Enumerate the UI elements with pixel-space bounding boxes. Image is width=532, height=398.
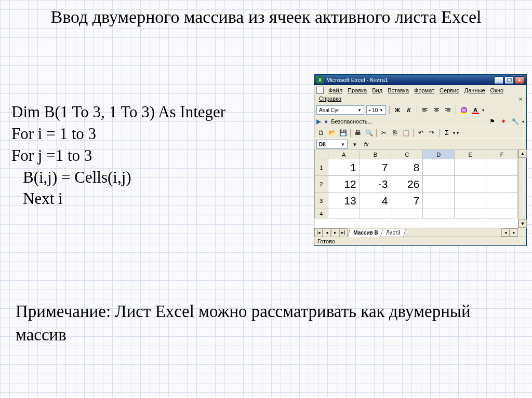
redo-button[interactable]: ↷ [427, 128, 436, 138]
cell[interactable] [455, 209, 486, 218]
name-box[interactable]: D8▼ [316, 140, 348, 149]
print-button[interactable]: 🖶 [353, 128, 363, 138]
align-right-button[interactable] [443, 105, 453, 115]
font-size-input[interactable]: ▪10▼ [366, 105, 386, 115]
code-line: Dim B(1 To 3, 1 To 3) As Integer [11, 101, 225, 123]
cell[interactable] [455, 176, 486, 193]
cell[interactable]: 8 [391, 159, 423, 176]
font-color-button[interactable]: A [471, 105, 480, 115]
tab-first-icon[interactable]: |◂ [314, 228, 323, 237]
cell[interactable] [360, 209, 391, 218]
sum-button[interactable]: Σ [442, 128, 451, 138]
cell[interactable]: 4 [360, 193, 391, 209]
cell[interactable] [423, 209, 455, 218]
note-text: Примечание: Лист Excel можно рассматрива… [16, 300, 504, 346]
minimize-button[interactable]: _ [494, 76, 503, 84]
cell[interactable]: 7 [360, 159, 391, 176]
menu-tools[interactable]: Сервис [437, 86, 462, 94]
row-header[interactable]: 2 [315, 176, 328, 193]
save-button[interactable]: 💾 [338, 128, 348, 138]
cell[interactable] [423, 159, 455, 176]
horizontal-scrollbar[interactable]: |◂ ◂ ▸ ▸| Массив В Лист3 ◂ ▸ [314, 228, 518, 237]
col-header[interactable]: C [391, 150, 423, 159]
play-icon[interactable]: ▶ [316, 118, 321, 125]
cell[interactable]: -3 [360, 176, 391, 193]
open-button[interactable]: 📂 [327, 128, 337, 138]
scroll-up-icon[interactable]: ▲ [518, 149, 527, 158]
cell[interactable]: 13 [328, 193, 360, 209]
menu-format[interactable]: Формат [411, 86, 437, 94]
vertical-scrollbar[interactable]: ▲ ▼ [518, 149, 526, 228]
scroll-left-icon[interactable]: ◂ [501, 228, 510, 237]
sheet-tab[interactable]: Лист3 [380, 229, 406, 237]
spreadsheet-grid[interactable]: A B C D E F 1 1 7 8 2 [314, 149, 518, 218]
row-header[interactable]: 3 [315, 193, 328, 209]
menu-window[interactable]: Окно [488, 86, 507, 94]
code-line: Next i [11, 188, 225, 210]
cell[interactable] [486, 193, 518, 209]
select-all-corner[interactable] [315, 150, 328, 159]
row-header[interactable]: 1 [315, 159, 328, 176]
paste-button[interactable]: 📋 [401, 128, 410, 138]
excel-window: X Microsoft Excel - Книга1 _ ❐ × Файл Пр… [314, 74, 527, 246]
cell[interactable]: 7 [391, 193, 423, 209]
record-icon[interactable]: ● [324, 118, 328, 125]
design-icon[interactable]: 🔧 [511, 117, 519, 126]
toolbar-more-icon[interactable]: ▾ [482, 108, 484, 113]
align-center-button[interactable] [432, 105, 441, 115]
col-header[interactable]: D [423, 150, 455, 159]
cell[interactable]: 12 [328, 176, 360, 193]
excel-app-icon: X [316, 76, 324, 84]
doc-close-button[interactable]: × [517, 95, 524, 103]
menu-data[interactable]: Данные [462, 86, 488, 94]
cell[interactable] [486, 209, 518, 218]
security-button[interactable]: Безопасность... [331, 118, 485, 125]
cell[interactable] [455, 159, 486, 176]
cell[interactable] [328, 209, 360, 218]
scroll-right-icon[interactable]: ▸ [510, 228, 518, 237]
undo-button[interactable]: ↶ [416, 128, 425, 138]
scroll-down-icon[interactable]: ▼ [518, 219, 527, 228]
cell[interactable] [391, 209, 423, 218]
preview-button[interactable]: 🔍 [364, 128, 374, 138]
menu-view[interactable]: Вид [369, 86, 385, 94]
toolbar-more-icon[interactable]: ▾ [457, 131, 459, 135]
code-block: Dim B(1 To 3, 1 To 3) As Integer For i =… [11, 101, 225, 210]
menu-insert[interactable]: Вставка [385, 86, 411, 94]
cell[interactable]: 1 [328, 159, 360, 176]
row-header[interactable]: 4 [315, 209, 328, 218]
fill-color-button[interactable]: ♒ [459, 105, 469, 115]
cell[interactable] [486, 176, 518, 193]
tab-last-icon[interactable]: ▸| [339, 228, 348, 237]
vb-icon[interactable]: ✶ [499, 117, 508, 126]
font-name-input[interactable]: Arial Cyr▼ [316, 105, 364, 115]
italic-button[interactable]: К [404, 105, 414, 115]
col-header[interactable]: E [455, 150, 486, 159]
code-line: For i = 1 to 3 [11, 123, 225, 145]
cell[interactable] [423, 176, 455, 193]
menu-edit[interactable]: Правка [345, 86, 369, 94]
sheet-tab-active[interactable]: Массив В [348, 229, 383, 237]
cell[interactable] [486, 159, 518, 176]
maximize-button[interactable]: ❐ [504, 76, 514, 84]
bold-button[interactable]: Ж [393, 105, 402, 115]
worksheet-area: A B C D E F 1 1 7 8 2 [314, 149, 526, 237]
macro-icon[interactable]: ⚑ [488, 117, 496, 126]
col-header[interactable]: A [328, 150, 360, 159]
tab-next-icon[interactable]: ▸ [331, 228, 339, 237]
tab-prev-icon[interactable]: ◂ [323, 228, 331, 237]
menu-file[interactable]: Файл [326, 86, 345, 94]
cell[interactable] [455, 193, 486, 209]
toolbar-more-icon[interactable]: ▾ [522, 119, 524, 124]
cut-button[interactable]: ✂ [379, 128, 389, 138]
fx-button[interactable]: fx [362, 140, 370, 148]
close-button[interactable]: × [515, 76, 524, 84]
copy-button[interactable]: ⎘ [390, 128, 400, 138]
align-left-button[interactable] [420, 105, 430, 115]
cell[interactable] [423, 193, 455, 209]
col-header[interactable]: B [360, 150, 391, 159]
cancel-icon[interactable]: ▾ [351, 140, 359, 148]
col-header[interactable]: F [486, 150, 518, 159]
new-button[interactable]: 🗋 [316, 128, 326, 138]
cell[interactable]: 26 [391, 176, 423, 193]
